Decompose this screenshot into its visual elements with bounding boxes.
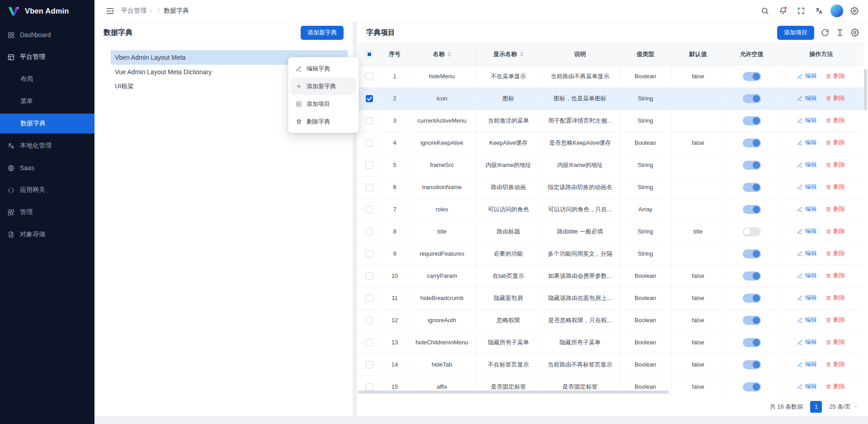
nullable-toggle[interactable]	[743, 183, 761, 192]
logo[interactable]: Vben Admin	[0, 0, 94, 22]
row-checkbox[interactable]	[366, 339, 373, 346]
nullable-toggle[interactable]	[743, 205, 761, 214]
delete-link[interactable]: 删除	[826, 316, 845, 324]
select-all-checkbox[interactable]	[366, 51, 373, 58]
sidebar-item-管理[interactable]: 管理	[0, 202, 94, 222]
sort-icon[interactable]	[520, 52, 524, 57]
row-checkbox[interactable]	[366, 184, 373, 191]
horizontal-scrollbar[interactable]	[358, 391, 669, 394]
edit-link[interactable]: 编辑	[797, 72, 816, 80]
edit-link[interactable]: 编辑	[797, 227, 816, 235]
nullable-toggle[interactable]	[743, 272, 761, 281]
language-button[interactable]	[812, 4, 826, 18]
refresh-icon[interactable]	[821, 29, 829, 37]
nullable-toggle[interactable]	[743, 382, 761, 391]
sidebar-subitem-菜单[interactable]: 菜单	[0, 91, 94, 111]
avatar[interactable]	[830, 4, 844, 18]
pagination-page-1[interactable]: 1	[810, 401, 822, 413]
edit-link[interactable]: 编辑	[797, 116, 816, 124]
row-checkbox[interactable]	[366, 228, 373, 235]
edit-link[interactable]: 编辑	[797, 94, 816, 102]
delete-link[interactable]: 删除	[826, 249, 845, 257]
delete-link[interactable]: 删除	[826, 227, 845, 235]
context-menu-item-添加项目[interactable]: 添加项目	[291, 95, 356, 113]
settings-button[interactable]	[847, 4, 862, 18]
edit-link[interactable]: 编辑	[797, 360, 816, 368]
nullable-toggle[interactable]	[743, 316, 761, 325]
row-checkbox[interactable]	[366, 272, 373, 280]
delete-link[interactable]: 删除	[826, 294, 845, 302]
row-checkbox[interactable]	[366, 95, 373, 102]
nullable-toggle[interactable]	[743, 360, 761, 369]
delete-link[interactable]: 删除	[826, 205, 845, 213]
column-header-显示名称[interactable]: 显示名称	[476, 43, 541, 65]
row-checkbox[interactable]	[366, 361, 373, 368]
sidebar-subitem-布局[interactable]: 布局	[0, 69, 94, 89]
sidebar-item-本地化管理[interactable]: 本地化管理	[0, 136, 94, 156]
table-row: 5 frameSrc 内嵌iframe的地址 内嵌iframe的地址 Strin…	[357, 154, 863, 176]
nullable-toggle[interactable]	[743, 338, 761, 347]
breadcrumb-item-platform[interactable]: 平台管理	[121, 7, 154, 15]
context-menu-item-删除字典[interactable]: 删除字典	[291, 113, 356, 130]
row-checkbox[interactable]	[366, 73, 373, 80]
sidebar-item-Dashboard[interactable]: Dashboard	[0, 25, 94, 45]
edit-link[interactable]: 编辑	[797, 249, 816, 257]
edit-link[interactable]: 编辑	[797, 183, 816, 191]
nullable-toggle[interactable]	[743, 72, 761, 81]
delete-link[interactable]: 删除	[826, 272, 845, 280]
add-item-button[interactable]: 添加项目	[777, 26, 814, 40]
edit-link[interactable]: 编辑	[797, 205, 816, 213]
search-button[interactable]	[758, 4, 772, 18]
row-checkbox[interactable]	[366, 383, 373, 391]
column-header-名称[interactable]: 名称	[408, 43, 476, 65]
context-menu-item-添加新字典[interactable]: 添加新字典	[291, 77, 356, 95]
context-menu-item-编辑字典[interactable]: 编辑字典	[291, 60, 356, 77]
delete-link[interactable]: 删除	[826, 161, 845, 169]
notifications-button[interactable]	[776, 4, 790, 18]
nullable-toggle[interactable]	[743, 116, 761, 125]
edit-link[interactable]: 编辑	[797, 272, 816, 280]
nullable-toggle[interactable]	[743, 138, 761, 148]
add-dictionary-button[interactable]: 添加新字典	[301, 26, 344, 40]
sidebar-item-平台管理[interactable]: 平台管理	[0, 47, 94, 67]
sidebar-item-对象存储[interactable]: 对象存储	[0, 224, 94, 244]
row-checkbox[interactable]	[366, 139, 373, 147]
delete-link[interactable]: 删除	[826, 183, 845, 191]
page-size-select[interactable]: 25 条/页	[829, 403, 858, 411]
delete-link[interactable]: 删除	[826, 382, 845, 391]
nullable-toggle[interactable]	[743, 227, 761, 236]
sidebar-item-应用网关[interactable]: 应用网关	[0, 180, 94, 200]
row-checkbox[interactable]	[366, 317, 373, 324]
row-checkbox[interactable]	[366, 295, 373, 302]
delete-link[interactable]: 删除	[826, 116, 845, 124]
delete-link[interactable]: 删除	[826, 138, 845, 147]
nullable-toggle[interactable]	[743, 294, 761, 303]
edit-link[interactable]: 编辑	[797, 161, 816, 169]
sort-icon[interactable]	[448, 52, 451, 57]
row-checkbox[interactable]	[366, 117, 373, 124]
nullable-toggle[interactable]	[743, 249, 761, 258]
sidebar-subitem-数据字典[interactable]: 数据字典	[0, 114, 94, 133]
nullable-toggle[interactable]	[743, 94, 761, 103]
vertical-scrollbar[interactable]	[864, 69, 867, 110]
cell-value-type: Array	[619, 198, 671, 220]
row-checkbox[interactable]	[366, 206, 373, 213]
sidebar-item-Saas[interactable]: Saas	[0, 158, 94, 178]
sidebar-collapse-button[interactable]	[103, 4, 117, 18]
row-checkbox[interactable]	[366, 162, 373, 169]
sidebar-item-label: 对象存储	[20, 230, 45, 238]
edit-link[interactable]: 编辑	[797, 382, 816, 391]
edit-link[interactable]: 编辑	[797, 138, 816, 147]
nullable-toggle[interactable]	[743, 161, 761, 170]
delete-link[interactable]: 删除	[826, 94, 845, 102]
edit-link[interactable]: 编辑	[797, 338, 816, 346]
delete-link[interactable]: 删除	[826, 360, 845, 368]
fullscreen-button[interactable]	[794, 4, 808, 18]
edit-link[interactable]: 编辑	[797, 316, 816, 324]
table-settings-icon[interactable]	[851, 29, 859, 37]
edit-link[interactable]: 编辑	[797, 294, 816, 302]
row-checkbox[interactable]	[366, 250, 373, 257]
delete-link[interactable]: 删除	[826, 72, 845, 80]
row-height-icon[interactable]	[836, 29, 844, 37]
delete-link[interactable]: 删除	[826, 338, 845, 346]
